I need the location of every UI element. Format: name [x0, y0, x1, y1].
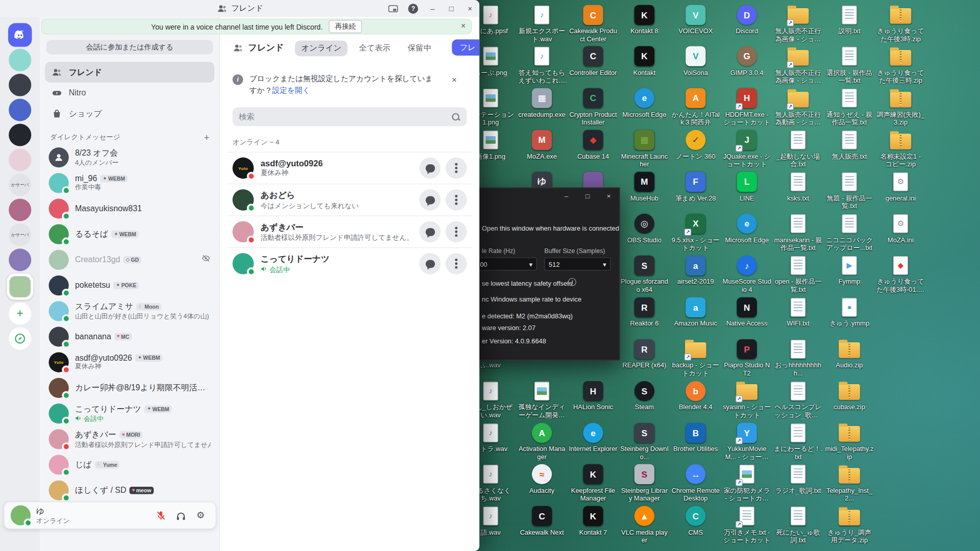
- desktop-icon[interactable]: GGIMP 3.0.4: [723, 45, 772, 77]
- low-latency-checkbox-label[interactable]: se lowest latency safety offsets: [482, 279, 572, 287]
- desktop-icon[interactable]: CCMS: [671, 505, 720, 536]
- desktop-icon[interactable]: cubase.zip: [825, 380, 874, 411]
- server-item-9[interactable]: [8, 248, 33, 271]
- desktop-icon[interactable]: ↗無人販売不正行為画像 - ショートカッ...: [774, 4, 823, 42]
- desktop-icon[interactable]: MMuseHub: [620, 171, 669, 202]
- desktop-icon[interactable]: KKontakt 7: [569, 505, 618, 536]
- friend-row[interactable]: あおどら今はメンションしても来れない: [228, 184, 472, 215]
- desktop-icon[interactable]: CController Editor: [569, 45, 618, 77]
- desktop-icon[interactable]: ↗無人販売不正行為動画 - ショートカット: [774, 87, 823, 126]
- message-button[interactable]: [420, 158, 441, 179]
- desktop-icon[interactable]: ⚙MoZA.ini: [876, 213, 925, 244]
- friend-row[interactable]: こってりドーナツ会話中: [228, 247, 472, 279]
- desktop-icon[interactable]: ✓ノートン 360: [671, 129, 720, 160]
- desktop-icon[interactable]: RReaktor 6: [620, 296, 669, 328]
- dm-list-item[interactable]: Yutoasdf@yuto0926✦WEBM夏休み神: [45, 349, 214, 374]
- desktop-icon[interactable]: Aかんたん！AITalk 3 関西弁: [671, 87, 720, 126]
- desktop-icon[interactable]: SPlogue sforzando x64: [620, 255, 669, 293]
- desktop-icon[interactable]: ♪新規エクスポート.wav: [518, 4, 567, 42]
- more-button[interactable]: [446, 189, 467, 211]
- dm-list-item[interactable]: ほしくず / SD♥meow: [45, 478, 214, 503]
- desktop-icon[interactable]: 孤独なインディーゲーム開発者の一生...: [518, 380, 567, 419]
- tab-pending[interactable]: 保留中: [402, 40, 437, 56]
- friends-search[interactable]: [233, 108, 467, 127]
- server-item-3[interactable]: [8, 98, 33, 121]
- sync-sample-rate-checkbox-label[interactable]: nc Windows sample rate to device: [482, 295, 581, 303]
- dialog-minimize-button[interactable]: –: [556, 188, 577, 205]
- desktop-icon[interactable]: eMicrosoft Edge: [723, 213, 772, 244]
- dialog-titlebar[interactable]: – □ ×: [556, 188, 620, 205]
- desktop-icon[interactable]: H↗HDDFMT.exe - ショートカット: [723, 87, 772, 126]
- desktop-icon[interactable]: 調声練習(失敗)_3.zip: [876, 87, 925, 126]
- desktop-icon[interactable]: ↗無人販売不正行為画像 - ショートカット: [774, 45, 823, 84]
- add-server-button[interactable]: +: [8, 303, 33, 325]
- window-minimize-button[interactable]: –: [423, 0, 442, 17]
- desktop-icon[interactable]: ▦createdump.exe: [518, 87, 567, 118]
- desktop-icon[interactable]: eMicrosoft Edge: [620, 87, 669, 118]
- desktop-icon[interactable]: DDiscord: [723, 4, 772, 35]
- desktop-icon[interactable]: ニコニコバックアップロー...txt: [825, 213, 874, 252]
- desktop-icon[interactable]: HHALion Sonic: [569, 380, 618, 411]
- reconnect-button[interactable]: 再接続: [329, 20, 362, 33]
- desktop-icon[interactable]: ↗家の防犯カメラ - ショートカット: [723, 463, 772, 502]
- desktop-icon[interactable]: SSteam: [620, 380, 669, 411]
- mic-muted-icon[interactable]: [152, 507, 169, 524]
- desktop-icon[interactable]: Y↗YukkunMovieM... - ショートカット: [723, 422, 772, 461]
- server-item-5[interactable]: [8, 148, 33, 171]
- add-friend-button[interactable]: フレ: [452, 39, 479, 56]
- desktop-icon[interactable]: MMoZA.exe: [518, 129, 567, 160]
- desktop-icon[interactable]: まにわーるど！.txt: [774, 422, 823, 461]
- desktop-icon[interactable]: manisekarin - 親作品一覧.txt: [774, 213, 823, 252]
- help-icon[interactable]: ?: [403, 0, 423, 17]
- dm-list-item[interactable]: るるそば✦WEBM: [45, 221, 214, 246]
- server-item-4[interactable]: [8, 123, 33, 146]
- desktop-icon[interactable]: KKontakt 8: [620, 4, 669, 35]
- desktop-icon[interactable]: aAmazon Music: [671, 296, 720, 328]
- desktop-icon[interactable]: 無人販売.txt: [825, 129, 874, 160]
- sidebar-item-shop[interactable]: ショップ: [45, 103, 214, 123]
- more-button[interactable]: [446, 253, 467, 274]
- desktop-icon[interactable]: ≈Audacity: [518, 463, 567, 494]
- desktop-icon[interactable]: RREAPER (x64): [620, 338, 669, 369]
- dm-list-item[interactable]: じば☾Yume: [45, 452, 214, 477]
- desktop-icon[interactable]: VVOICEVOX: [671, 4, 720, 35]
- dm-list-item[interactable]: Masayukisnow831: [45, 195, 214, 221]
- friend-row[interactable]: Yutoasdf@yuto0926夏休み神: [228, 152, 472, 184]
- desktop-icon[interactable]: ラジオ_歌詞.txt: [774, 463, 823, 494]
- desktop-icon[interactable]: きゅうり_調声用データ.zip: [825, 505, 874, 544]
- create-dm-icon[interactable]: +: [204, 133, 209, 142]
- desktop-icon[interactable]: 無題 - 親作品一覧.txt: [825, 171, 874, 210]
- desktop-icon[interactable]: aairset2-2019: [671, 255, 720, 286]
- desktop-icon[interactable]: CCakewalk Product Center: [569, 4, 618, 42]
- desktop-icon[interactable]: ヘルスコンプレッション_歌詞.txt: [774, 380, 823, 419]
- friend-row[interactable]: あずきバー活動者様以外原則フレンド申請許可してません。: [228, 216, 472, 247]
- desktop-icon[interactable]: Audio.zip: [825, 338, 874, 369]
- desktop-icon[interactable]: eInternet Explorer: [569, 422, 618, 453]
- server-item-8[interactable]: かサーバ: [8, 223, 33, 246]
- desktop-icon[interactable]: NNative Access: [723, 296, 772, 328]
- desktop-icon[interactable]: きゅうり食ってた午後3時.zip: [876, 4, 925, 42]
- desktop-icon[interactable]: BBrother Utilities: [671, 422, 720, 453]
- desktop-icon[interactable]: ⚙general.ini: [876, 171, 925, 202]
- desktop-icon[interactable]: ▲VLC media player: [620, 505, 669, 544]
- sidebar-item-nitro[interactable]: Nitro: [45, 83, 214, 103]
- discord-titlebar[interactable]: フレンド ? – □ ×: [0, 0, 479, 17]
- desktop-icon[interactable]: CCakewalk Next: [518, 505, 567, 536]
- sample-rate-select[interactable]: 00 ▾: [476, 257, 537, 270]
- banner-close-icon[interactable]: ×: [461, 21, 465, 31]
- dm-list-item[interactable]: こってりドーナツ✦WEBM会話中: [45, 400, 214, 426]
- server-item-6[interactable]: かサーバ: [8, 173, 33, 196]
- dm-list-item[interactable]: 8/23 オフ会4人のメンバー: [45, 144, 214, 170]
- desktop-icon[interactable]: SSteinberg Library Manager: [620, 463, 669, 502]
- dm-list-item[interactable]: カレー卯丼@8/19より期限不明活動...: [45, 375, 214, 400]
- desktop-icon[interactable]: midi_Telepathy.zip: [825, 422, 874, 461]
- desktop-icon[interactable]: WIFI.txt: [774, 296, 823, 328]
- desktop-icon[interactable]: 説明.txt: [825, 4, 874, 35]
- tab-online[interactable]: オンライン: [295, 40, 348, 56]
- desktop-icon[interactable]: J↗JQuake.exe - ショートカット: [723, 129, 772, 168]
- desktop-icon[interactable]: ↗万引きメモ.txt - ショートカット: [723, 505, 772, 544]
- pip-icon[interactable]: [383, 0, 403, 17]
- more-button[interactable]: [446, 221, 467, 243]
- desktop-icon[interactable]: ●きゅう.ymmp: [825, 296, 874, 328]
- hardware-connect-checkbox-label[interactable]: Open this window when hardware is connec…: [482, 224, 619, 232]
